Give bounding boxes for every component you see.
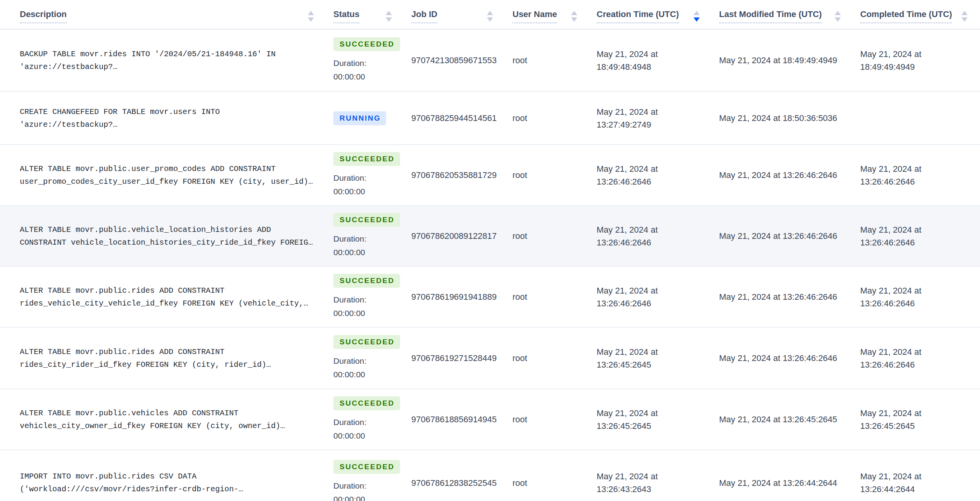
creation-time-cell: May 21, 2024 at 13:27:49:2749 (597, 92, 719, 145)
table-row[interactable]: ALTER TABLE movr.public.vehicles ADD CON… (0, 389, 980, 450)
sort-arrows-icon[interactable] (487, 11, 493, 22)
status-badge: SUCCEEDED (333, 213, 400, 227)
sort-desc-arrow-icon (487, 17, 493, 22)
job-description-cell[interactable]: ALTER TABLE movr.public.rides ADD CONSTR… (0, 327, 333, 389)
status-cell: SUCCEEDED Duration: 00:00:00 (333, 327, 411, 389)
duration-value: 00:00:00 (333, 492, 396, 501)
status-badge: SUCCEEDED (333, 460, 400, 474)
duration-value: 00:00:00 (333, 245, 396, 259)
user-name-cell: root (512, 389, 597, 450)
job-description-cell[interactable]: IMPORT INTO movr.public.rides CSV DATA (… (0, 450, 333, 501)
sort-arrows-icon[interactable] (835, 11, 841, 22)
status-badge: SUCCEEDED (333, 274, 400, 288)
status-cell: SUCCEEDED Duration: 00:00:00 (333, 206, 411, 266)
column-header-label: Status (333, 9, 359, 23)
sort-asc-arrow-icon (386, 11, 392, 15)
status-cell: SUCCEEDED Duration: 00:00:00 (333, 450, 411, 501)
duration-value: 00:00:00 (333, 185, 396, 198)
sort-arrows-icon[interactable] (386, 11, 392, 22)
sort-asc-arrow-icon (571, 11, 577, 15)
modified-time-cell: May 21, 2024 at 18:49:49:4949 (719, 29, 860, 92)
table-row[interactable]: ALTER TABLE movr.public.rides ADD CONSTR… (0, 327, 980, 389)
status-cell: SUCCEEDED Duration: 00:00:00 (333, 29, 411, 92)
duration-label: Duration: (333, 56, 396, 70)
job-description: CREATE CHANGEFEED FOR TABLE movr.users I… (20, 105, 318, 131)
column-header-creation-time[interactable]: Creation Time (UTC) (597, 0, 719, 29)
column-header-modified-time[interactable]: Last Modified Time (UTC) (719, 0, 860, 29)
column-header-label: User Name (512, 9, 557, 23)
column-header-label: Job ID (411, 9, 437, 23)
duration-label: Duration: (333, 171, 396, 185)
column-header-description[interactable]: Description (0, 0, 333, 29)
job-description-cell[interactable]: CREATE CHANGEFEED FOR TABLE movr.users I… (0, 92, 333, 145)
duration-label: Duration: (333, 232, 396, 245)
job-description-cell[interactable]: ALTER TABLE movr.public.rides ADD CONSTR… (0, 266, 333, 327)
job-description: ALTER TABLE movr.public.user_promo_codes… (20, 162, 318, 188)
job-description-cell[interactable]: BACKUP TABLE movr.rides INTO '/2024/05/2… (0, 29, 333, 92)
column-header-status[interactable]: Status (333, 0, 411, 29)
job-description-cell[interactable]: ALTER TABLE movr.public.user_promo_codes… (0, 145, 333, 206)
user-name-cell: root (512, 29, 597, 92)
sort-asc-arrow-icon (487, 11, 493, 15)
status-badge: SUCCEEDED (333, 335, 400, 349)
sort-asc-arrow-icon (961, 11, 968, 15)
job-id-cell: 970678612838252545 (411, 450, 512, 501)
sort-arrows-icon[interactable] (571, 11, 577, 22)
sort-arrows-icon[interactable] (694, 11, 700, 22)
table-row[interactable]: CREATE CHANGEFEED FOR TABLE movr.users I… (0, 92, 980, 145)
table-row[interactable]: IMPORT INTO movr.public.rides CSV DATA (… (0, 450, 980, 501)
table-row[interactable]: ALTER TABLE movr.public.vehicle_location… (0, 206, 980, 266)
job-id-cell: 970742130859671553 (411, 29, 512, 92)
modified-time-cell: May 21, 2024 at 13:26:46:2646 (719, 327, 860, 389)
job-id-cell: 970678620535881729 (411, 145, 512, 206)
job-id-cell: 970678618856914945 (411, 389, 512, 450)
user-name-cell: root (512, 327, 597, 389)
job-id-cell: 970678825944514561 (411, 92, 512, 145)
sort-asc-arrow-icon (694, 11, 700, 15)
job-description: ALTER TABLE movr.public.rides ADD CONSTR… (20, 346, 318, 371)
creation-time-cell: May 21, 2024 at 13:26:46:2646 (597, 145, 719, 206)
duration-label: Duration: (333, 293, 396, 306)
completed-time-cell: May 21, 2024 at 13:26:46:2646 (860, 266, 980, 327)
jobs-table: Description Status Job ID User Name (0, 0, 980, 501)
creation-time-cell: May 21, 2024 at 18:49:48:4948 (597, 29, 719, 92)
job-description: ALTER TABLE movr.public.vehicles ADD CON… (20, 407, 318, 432)
completed-time-cell (860, 92, 980, 145)
modified-time-cell: May 21, 2024 at 18:50:36:5036 (719, 92, 860, 145)
sort-arrows-icon[interactable] (308, 11, 314, 22)
status-cell: SUCCEEDED Duration: 00:00:00 (333, 389, 411, 450)
completed-time-cell: May 21, 2024 at 18:49:49:4949 (860, 29, 980, 92)
column-header-user-name[interactable]: User Name (512, 0, 597, 29)
table-row[interactable]: ALTER TABLE movr.public.user_promo_codes… (0, 145, 980, 206)
status-badge: SUCCEEDED (333, 37, 400, 51)
table-header-row: Description Status Job ID User Name (0, 0, 980, 29)
creation-time-cell: May 21, 2024 at 13:26:43:2643 (597, 450, 719, 501)
duration-value: 00:00:00 (333, 368, 396, 381)
completed-time-cell: May 21, 2024 at 13:26:44:2644 (860, 450, 980, 501)
modified-time-cell: May 21, 2024 at 13:26:46:2646 (719, 206, 860, 266)
table-row[interactable]: ALTER TABLE movr.public.rides ADD CONSTR… (0, 266, 980, 327)
status-badge: RUNNING (333, 111, 386, 125)
completed-time-cell: May 21, 2024 at 13:26:46:2646 (860, 145, 980, 206)
sort-desc-arrow-icon (308, 17, 314, 22)
job-description-cell[interactable]: ALTER TABLE movr.public.vehicles ADD CON… (0, 389, 333, 450)
sort-desc-arrow-icon (835, 17, 841, 22)
column-header-label: Description (20, 9, 67, 23)
job-description-cell[interactable]: ALTER TABLE movr.public.vehicle_location… (0, 206, 333, 266)
column-header-label: Creation Time (UTC) (597, 9, 679, 23)
duration-value: 00:00:00 (333, 306, 396, 320)
column-header-label: Completed Time (UTC) (860, 9, 952, 23)
user-name-cell: root (512, 92, 597, 145)
creation-time-cell: May 21, 2024 at 13:26:45:2645 (597, 327, 719, 389)
status-badge: SUCCEEDED (333, 396, 400, 410)
column-header-job-id[interactable]: Job ID (411, 0, 512, 29)
sort-arrows-icon[interactable] (961, 11, 968, 22)
column-header-completed-time[interactable]: Completed Time (UTC) (860, 0, 980, 29)
sort-desc-arrow-icon (694, 17, 700, 22)
status-cell: SUCCEEDED Duration: 00:00:00 (333, 266, 411, 327)
user-name-cell: root (512, 450, 597, 501)
modified-time-cell: May 21, 2024 at 13:26:46:2646 (719, 266, 860, 327)
job-description: ALTER TABLE movr.public.vehicle_location… (20, 223, 318, 249)
table-row[interactable]: BACKUP TABLE movr.rides INTO '/2024/05/2… (0, 29, 980, 92)
job-id-cell: 970678619271528449 (411, 327, 512, 389)
